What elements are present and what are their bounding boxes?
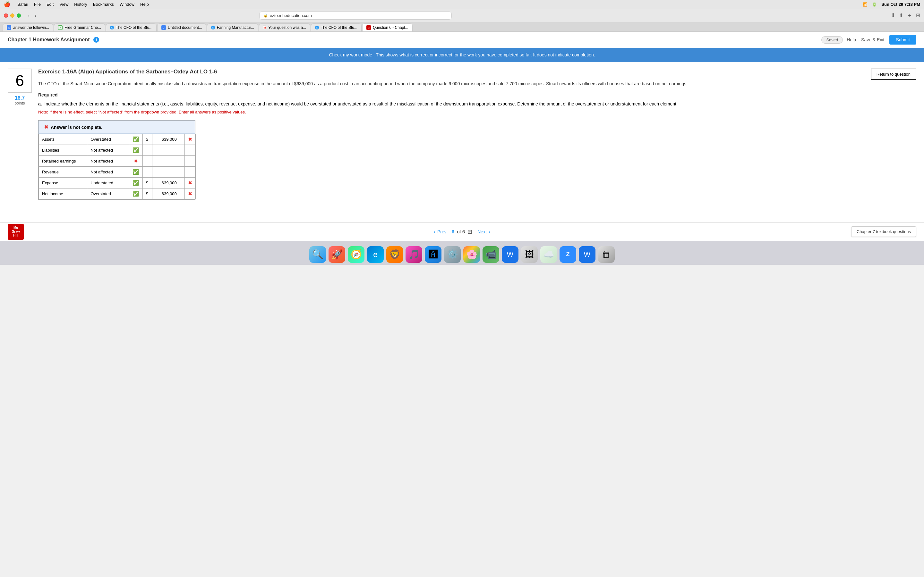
tab-1[interactable]: G answer the followin... [3, 23, 53, 31]
tab-favicon-6: M [263, 25, 266, 30]
close-button[interactable] [4, 13, 8, 18]
menubar-history[interactable]: History [74, 2, 87, 7]
tab-3[interactable]: C The CFO of the Stu... [106, 23, 157, 31]
tab-6[interactable]: M Your question was a... [259, 23, 310, 31]
return-to-question-button[interactable]: Return to question [871, 69, 916, 80]
menubar-edit[interactable]: Edit [47, 2, 53, 7]
banner-text: Check my work mode : This shows what is … [329, 52, 595, 57]
menubar-file[interactable]: File [34, 2, 41, 7]
cell-dollar-expense: $ [142, 177, 152, 189]
x-icon: ✖ [134, 158, 138, 164]
dock-finder[interactable]: 🔍 [309, 246, 326, 263]
next-button[interactable]: Next › [472, 227, 495, 237]
apple-menu[interactable]: 🍎 [4, 1, 10, 7]
table-row: Revenue Not affected ✅ [39, 167, 196, 177]
download-icon[interactable]: ⬇ [891, 12, 895, 19]
address-bar[interactable]: 🔒 ezto.mheducation.com [259, 11, 452, 19]
prev-button[interactable]: ‹ Prev [429, 227, 451, 237]
cell-element-liabilities: Liabilities [39, 145, 87, 156]
tab-2[interactable]: ✓ Free Grammar Che... [54, 23, 105, 31]
dock-launchpad[interactable]: 🚀 [328, 246, 345, 263]
maximize-button[interactable] [17, 13, 21, 18]
cell-amount-expense[interactable]: 639,000 [152, 177, 184, 189]
dock: 🔍 🚀 🧭 e 🦁 🎵 🅰 ⚙️ 🌸 📹 W 🖼 ☁️ Z W 🗑 [0, 241, 924, 265]
x-icon: ✖ [188, 180, 192, 185]
page-of: of 6 [457, 229, 465, 234]
cell-element-assets: Assets [39, 134, 87, 145]
cell-status-assets[interactable]: Overstated [87, 134, 129, 145]
dock-icloud[interactable]: ☁️ [540, 246, 557, 263]
tab-favicon-7: C [315, 26, 319, 29]
page-title: Chapter 1 Homework Assignment [8, 37, 89, 43]
cell-element-netincome: Net income [39, 189, 87, 199]
question-body: Return to question Exercise 1-16A (Algo)… [38, 69, 916, 200]
cell-amount-liabilities[interactable] [152, 145, 184, 156]
grid-view-icon[interactable]: ⊞ [467, 228, 472, 235]
page-current: 6 [452, 229, 454, 234]
tab-4[interactable]: D Untitled document... [157, 23, 206, 31]
dock-music[interactable]: 🎵 [405, 246, 422, 263]
menubar-window[interactable]: Window [120, 2, 134, 7]
tabs-bar: G answer the followin... ✓ Free Grammar … [0, 22, 924, 31]
part-a-text: Indicate whether the elements on the fin… [44, 101, 677, 106]
check-icon: ✅ [132, 180, 139, 185]
dock-word2[interactable]: W [579, 246, 596, 263]
menubar-bookmarks[interactable]: Bookmarks [93, 2, 114, 7]
dock-edge[interactable]: e [367, 246, 384, 263]
cell-amount-revenue[interactable] [152, 167, 184, 177]
tab-8[interactable]: M Question 6 - Chapt... [362, 23, 413, 31]
cell-status-liabilities[interactable]: Not affected [87, 145, 129, 156]
table-row: Liabilities Not affected ✅ [39, 145, 196, 156]
cell-xcheck-expense: ✖ [184, 177, 195, 189]
wifi-icon: 📶 [863, 2, 867, 7]
cell-dollar-assets: $ [142, 134, 152, 145]
menubar-safari[interactable]: Safari [17, 2, 28, 7]
dock-preview[interactable]: 🖼 [521, 246, 538, 263]
note-text: Note: If there is no effect, select "Not… [38, 109, 916, 115]
dock-trash[interactable]: 🗑 [598, 246, 615, 263]
dock-appstore[interactable]: 🅰 [425, 246, 441, 263]
cell-element-retained: Retained earnings [39, 156, 87, 167]
points-label: points [15, 101, 25, 105]
question-container: 6 16.7 points Return to question Exercis… [8, 69, 916, 200]
dock-zoom[interactable]: Z [559, 246, 576, 263]
cell-status-revenue[interactable]: Not affected [87, 167, 129, 177]
dock-facetime[interactable]: 📹 [483, 246, 499, 263]
cell-xcheck-netincome: ✖ [184, 189, 195, 199]
sidebar-icon[interactable]: ⊞ [916, 12, 920, 19]
back-button[interactable]: ‹ [26, 12, 31, 19]
tab-favicon-5: C [211, 26, 215, 29]
info-icon[interactable]: i [94, 37, 99, 43]
chapter-textbook-button[interactable]: Chapter 7 textbook questions [851, 226, 916, 237]
share-icon[interactable]: ⬆ [899, 12, 903, 19]
tab-5[interactable]: C Fanning Manufactur... [207, 23, 258, 31]
cell-status-retained[interactable]: Not affected [87, 156, 129, 167]
forward-button[interactable]: › [33, 12, 38, 19]
tab-label-5: Fanning Manufactur... [217, 25, 254, 30]
cell-amount-netincome[interactable]: 639,000 [152, 189, 184, 199]
minimize-button[interactable] [10, 13, 15, 18]
table-row: Net income Overstated ✅ $ 639,000 ✖ [39, 189, 196, 199]
x-icon: ✖ [188, 137, 192, 142]
save-exit-link[interactable]: Save & Exit [861, 37, 884, 42]
menubar-view[interactable]: View [59, 2, 68, 7]
help-link[interactable]: Help [846, 37, 856, 42]
cell-status-expense[interactable]: Understated [87, 177, 129, 189]
submit-button[interactable]: Submit [889, 35, 916, 45]
prev-label: Prev [437, 229, 447, 234]
menubar-help[interactable]: Help [140, 2, 149, 7]
dock-word[interactable]: W [502, 246, 519, 263]
dock-brave[interactable]: 🦁 [386, 246, 403, 263]
cell-xcheck-assets: ✖ [184, 134, 195, 145]
new-tab-icon[interactable]: ＋ [907, 12, 912, 19]
tab-7[interactable]: C The CFO of the Stu... [311, 23, 362, 31]
dock-photos[interactable]: 🌸 [463, 246, 480, 263]
cell-amount-retained[interactable] [152, 156, 184, 167]
page-info: 6 of 6 ⊞ [452, 228, 472, 235]
dock-safari[interactable]: 🧭 [348, 246, 365, 263]
tab-label-1: answer the followin... [13, 25, 49, 30]
cell-status-netincome[interactable]: Overstated [87, 189, 129, 199]
dock-settings[interactable]: ⚙️ [444, 246, 461, 263]
cell-dollar-liabilities [142, 145, 152, 156]
cell-amount-assets[interactable]: 639,000 [152, 134, 184, 145]
